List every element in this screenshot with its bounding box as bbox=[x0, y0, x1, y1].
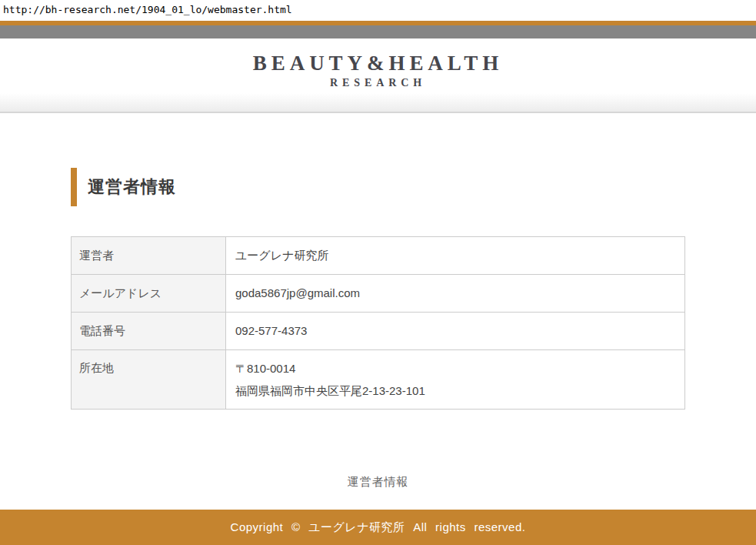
footer-link-operator-info[interactable]: 運営者情報 bbox=[348, 475, 409, 488]
logo-subtitle: RESEARCH bbox=[253, 77, 503, 89]
heading-accent-bar bbox=[71, 168, 77, 206]
address-street: 福岡県福岡市中央区平尾2-13-23-101 bbox=[235, 383, 675, 398]
logo-title: BEAUTY&HEALTH bbox=[253, 52, 503, 75]
footer-nav: 運営者情報 bbox=[0, 474, 756, 490]
row-label-email: メールアドレス bbox=[72, 275, 226, 313]
table-row-email: メールアドレス goda5867jp@gmail.com bbox=[72, 275, 685, 313]
copyright-text: Copyright © ユーグレナ研究所 All rights reserved… bbox=[231, 520, 526, 535]
row-label-address: 所在地 bbox=[72, 350, 226, 410]
page-heading: 運営者情報 bbox=[71, 168, 685, 206]
main-content: 運営者情報 運営者 ユーグレナ研究所 メールアドレス goda5867jp@gm… bbox=[71, 168, 685, 410]
row-value-email: goda5867jp@gmail.com bbox=[226, 275, 685, 313]
table-row-operator: 運営者 ユーグレナ研究所 bbox=[72, 237, 685, 275]
row-label-operator: 運営者 bbox=[72, 237, 226, 275]
page-title: 運営者情報 bbox=[88, 176, 176, 199]
table-row-address: 所在地 〒810-0014 福岡県福岡市中央区平尾2-13-23-101 bbox=[72, 350, 685, 410]
site-logo[interactable]: BEAUTY&HEALTH RESEARCH bbox=[253, 52, 503, 89]
table-row-phone: 電話番号 092-577-4373 bbox=[72, 313, 685, 350]
row-value-operator: ユーグレナ研究所 bbox=[226, 237, 685, 275]
site-header: BEAUTY&HEALTH RESEARCH bbox=[0, 38, 756, 113]
address-postal-code: 〒810-0014 bbox=[235, 361, 675, 376]
operator-info-table: 運営者 ユーグレナ研究所 メールアドレス goda5867jp@gmail.co… bbox=[71, 236, 685, 410]
copyright-bar: Copyright © ユーグレナ研究所 All rights reserved… bbox=[0, 510, 756, 545]
row-value-address: 〒810-0014 福岡県福岡市中央区平尾2-13-23-101 bbox=[226, 350, 685, 410]
url-caption: http://bh-research.net/1904_01_lo/webmas… bbox=[0, 0, 756, 21]
row-value-phone: 092-577-4373 bbox=[226, 313, 685, 350]
row-label-phone: 電話番号 bbox=[72, 313, 226, 350]
top-gray-bar bbox=[0, 25, 756, 38]
